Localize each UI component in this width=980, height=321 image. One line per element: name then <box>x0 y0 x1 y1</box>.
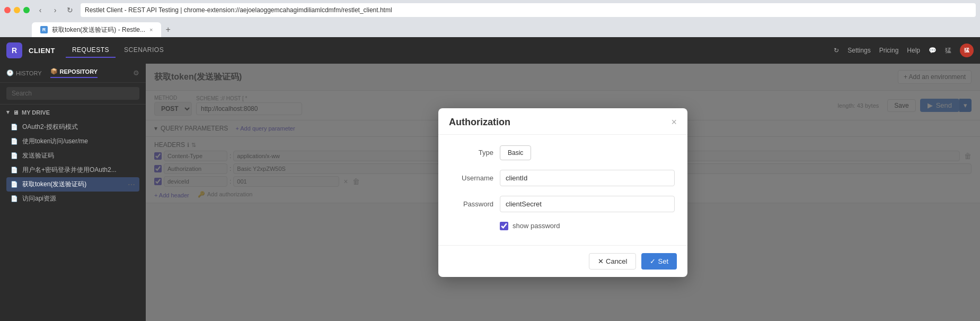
tab-bar: R 获取token(发送验证码) - Restle... × + <box>0 20 980 37</box>
type-label: Type <box>451 149 493 157</box>
sidebar-item-user-password[interactable]: 📄 用户名+密码登录并使用OAuth2... <box>6 163 139 177</box>
type-field: Type Basic <box>451 145 675 160</box>
file-icon: 📄 <box>11 152 18 159</box>
sidebar-settings-icon[interactable]: ⚙ <box>133 69 139 77</box>
history-label: HISTORY <box>16 70 42 76</box>
show-password-label: show password <box>513 222 560 230</box>
file-icon: 📄 <box>11 181 18 188</box>
modal-title: Authorization <box>449 117 510 128</box>
close-window-btn[interactable] <box>4 7 11 13</box>
modal-close-button[interactable]: × <box>671 117 677 128</box>
browser-nav: ‹ › ↻ <box>34 4 76 16</box>
type-button[interactable]: Basic <box>500 145 531 160</box>
sidebar-item-send-code[interactable]: 📄 发送验证码 <box>6 149 139 163</box>
drive-items-list: 📄 OAuth2-授权码模式 📄 使用token访问/user/me 📄 发送验… <box>6 120 139 206</box>
sidebar-item-label: OAuth2-授权码模式 <box>22 123 78 132</box>
tab-title: 获取token(发送验证码) - Restle... <box>52 25 145 34</box>
username-field: Username <box>451 170 675 186</box>
password-label: Password <box>451 200 493 208</box>
nav-requests[interactable]: REQUESTS <box>66 43 116 58</box>
sidebar-item-label: 使用token访问/user/me <box>22 137 88 146</box>
address-bar[interactable]: Restlet Client - REST API Testing | chro… <box>81 3 976 17</box>
my-drive-header[interactable]: ▾ 🖥 MY DRIVE <box>6 109 139 116</box>
active-tab[interactable]: R 获取token(发送验证码) - Restle... × <box>32 22 161 37</box>
file-icon: 📄 <box>11 167 18 173</box>
sidebar-item-get-token[interactable]: 📄 获取token(发送验证码) ⋯ <box>6 177 139 192</box>
set-label: Set <box>658 257 668 265</box>
history-button[interactable]: 🕐 HISTORY <box>6 70 42 76</box>
file-icon: 📄 <box>11 195 18 202</box>
settings-button[interactable]: Settings <box>847 47 870 54</box>
modal-footer: ✕ Cancel ✓ Set <box>438 245 687 277</box>
cancel-label: Cancel <box>606 257 627 265</box>
tab-close-btn[interactable]: × <box>149 27 153 33</box>
sidebar-item-api-resource[interactable]: 📄 访问api资源 <box>6 192 139 206</box>
header-right: ↻ Settings Pricing Help 💬 猛 猛 <box>834 44 974 57</box>
pricing-button[interactable]: Pricing <box>879 47 899 54</box>
username-label: Username <box>451 174 493 182</box>
repository-button[interactable]: 📦 REPOSITORY <box>50 68 98 78</box>
drive-icon: 🖥 <box>13 109 19 116</box>
sidebar-item-label: 发送验证码 <box>22 151 54 160</box>
refresh-icon[interactable]: ↻ <box>834 47 839 54</box>
app-logo: R <box>6 42 22 58</box>
check-icon: ✓ <box>650 257 656 265</box>
cancel-button[interactable]: ✕ Cancel <box>589 253 636 270</box>
app: R CLIENT REQUESTS SCENARIOS ↻ Settings P… <box>0 37 980 321</box>
sidebar-top: 🕐 HISTORY 📦 REPOSITORY ⚙ <box>0 64 146 83</box>
client-title: CLIENT <box>29 47 55 55</box>
modal-overlay: Authorization × Type Basic Username <box>146 64 980 321</box>
password-input[interactable] <box>500 196 675 212</box>
show-password-row: show password <box>451 222 675 230</box>
sidebar-item-label: 获取token(发送验证码) <box>22 180 86 189</box>
more-icon[interactable]: ⋯ <box>128 180 135 189</box>
show-password-checkbox[interactable] <box>500 222 508 230</box>
sidebar-search <box>0 83 146 105</box>
address-text: Restlet Client - REST API Testing | chro… <box>85 6 392 14</box>
modal-body: Type Basic Username Password <box>438 135 687 245</box>
forward-button[interactable]: › <box>49 4 61 16</box>
search-input[interactable] <box>6 87 139 100</box>
new-tab-button[interactable]: + <box>161 22 174 37</box>
help-button[interactable]: Help <box>907 47 920 54</box>
authorization-modal: Authorization × Type Basic Username <box>438 108 687 277</box>
file-icon: 📄 <box>11 138 18 145</box>
history-icon: 🕐 <box>6 70 14 76</box>
modal-header: Authorization × <box>438 108 687 135</box>
maximize-window-btn[interactable] <box>23 7 30 13</box>
password-field: Password <box>451 196 675 212</box>
nav-scenarios[interactable]: SCENARIOS <box>118 43 170 58</box>
sidebar-item-token-user[interactable]: 📄 使用token访问/user/me <box>6 134 139 149</box>
app-nav: REQUESTS SCENARIOS <box>66 43 170 58</box>
main-content: 获取token(发送验证码) + Add an environment METH… <box>146 64 980 321</box>
repo-icon: 📦 <box>50 68 58 75</box>
traffic-lights <box>4 7 30 13</box>
refresh-button[interactable]: ↻ <box>64 4 76 16</box>
sidebar-item-label: 访问api资源 <box>22 194 56 203</box>
browser-chrome: ‹ › ↻ Restlet Client - REST API Testing … <box>0 0 980 20</box>
app-header: R CLIENT REQUESTS SCENARIOS ↻ Settings P… <box>0 37 980 64</box>
sidebar-item-oauth2[interactable]: 📄 OAuth2-授权码模式 <box>6 120 139 134</box>
set-button[interactable]: ✓ Set <box>641 253 677 270</box>
user-avatar[interactable]: 猛 <box>960 44 974 57</box>
repo-label: REPOSITORY <box>60 68 98 75</box>
file-icon: 📄 <box>11 124 18 131</box>
drive-collapse-icon: ▾ <box>6 109 10 116</box>
user-name: 猛 <box>945 46 951 55</box>
drive-section: ▾ 🖥 MY DRIVE 📄 OAuth2-授权码模式 📄 使用token访问/… <box>0 105 146 210</box>
main-layout: 🕐 HISTORY 📦 REPOSITORY ⚙ ▾ 🖥 MY DRIVE <box>0 64 980 321</box>
sidebar: 🕐 HISTORY 📦 REPOSITORY ⚙ ▾ 🖥 MY DRIVE <box>0 64 146 321</box>
sidebar-item-label: 用户名+密码登录并使用OAuth2... <box>22 166 117 175</box>
drive-label: MY DRIVE <box>22 109 50 116</box>
tab-favicon: R <box>40 26 48 33</box>
chat-icon[interactable]: 💬 <box>929 47 937 54</box>
username-input[interactable] <box>500 170 675 186</box>
minimize-window-btn[interactable] <box>14 7 20 13</box>
cancel-icon: ✕ <box>598 257 604 265</box>
back-button[interactable]: ‹ <box>34 4 47 16</box>
